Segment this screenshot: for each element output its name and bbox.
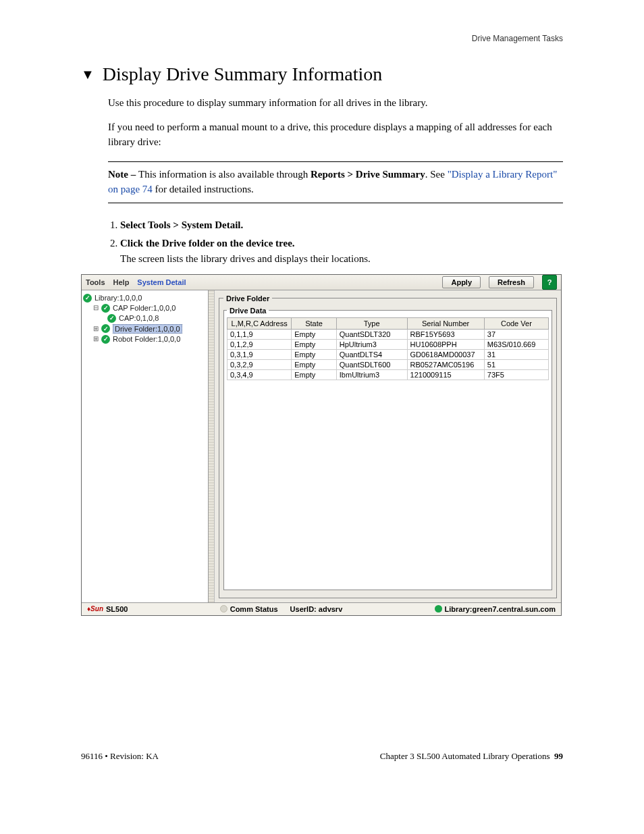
- steps-list: Select Tools > System Detail. Click the …: [108, 219, 563, 265]
- table-cell: 0,3,4,9: [227, 369, 292, 380]
- paragraph-1: Use this procedure to display summary in…: [108, 96, 563, 111]
- table-cell: 0,3,1,9: [227, 349, 292, 359]
- table-cell: 0,1,1,9: [227, 329, 292, 339]
- comm-status-icon: [220, 605, 227, 613]
- app-window: Tools Help System Detail Apply Refresh ?…: [81, 274, 562, 616]
- status-ok-icon: ✓: [83, 294, 92, 303]
- library-host-label: Library:green7.central.sun.com: [445, 605, 556, 613]
- expand-icon[interactable]: ⊞: [92, 336, 99, 342]
- table-cell: GD0618AMD00037: [407, 349, 484, 359]
- table-cell: 1210009115: [407, 369, 484, 380]
- table-cell: 0,1,2,9: [227, 339, 292, 349]
- help-icon[interactable]: ?: [542, 275, 557, 290]
- drive-table: L,M,R,C Address State Type Serial Number…: [227, 317, 549, 380]
- table-cell: QuantSDLT600: [336, 359, 407, 369]
- note-label: Note –: [108, 169, 138, 180]
- step-2: Click the Drive folder on the device tre…: [120, 238, 563, 265]
- table-cell: 31: [484, 349, 548, 359]
- drive-data-fieldset: Drive Data L,M,R,C Address State Type: [223, 307, 552, 590]
- page-title: ▼ Display Drive Summary Information: [81, 63, 563, 85]
- toolbar: Tools Help System Detail Apply Refresh ?: [82, 275, 561, 290]
- table-row[interactable]: 0,3,4,9EmptyIbmUltrium3121000911573F5: [227, 369, 549, 380]
- collapse-triangle-icon: ▼: [81, 68, 95, 81]
- table-cell: IbmUltrium3: [336, 369, 407, 380]
- tree-cap-folder-label: CAP Folder:1,0,0,0: [113, 304, 176, 312]
- apply-button[interactable]: Apply: [442, 276, 481, 288]
- expand-icon[interactable]: ⊟: [92, 305, 99, 311]
- menu-help[interactable]: Help: [113, 278, 130, 286]
- tree-root[interactable]: ✓ Library:1,0,0,0: [83, 293, 207, 303]
- table-row[interactable]: 0,1,1,9EmptyQuantSDLT320RBF15Y569337: [227, 329, 549, 339]
- table-cell: Empty: [292, 369, 337, 380]
- footer-chapter: Chapter 3 SL500 Automated Library Operat…: [380, 751, 550, 761]
- table-cell: Empty: [292, 339, 337, 349]
- col-state[interactable]: State: [292, 317, 337, 329]
- table-row[interactable]: 0,1,2,9EmptyHpUltrium3HU10608PPHM63S/010…: [227, 339, 549, 349]
- table-cell: M63S/010.669: [484, 339, 548, 349]
- table-cell: Empty: [292, 329, 337, 339]
- product-label: SL500: [106, 605, 128, 613]
- table-cell: 0,3,2,9: [227, 359, 292, 369]
- table-header-row: L,M,R,C Address State Type Serial Number…: [227, 317, 549, 329]
- tree-cap-item[interactable]: ✓ CAP:0,1,0,8: [83, 313, 207, 323]
- menu-tools[interactable]: Tools: [86, 278, 105, 286]
- table-cell: Empty: [292, 359, 337, 369]
- status-user: UserID: advsrv: [290, 605, 343, 613]
- col-codever[interactable]: Code Ver: [484, 317, 548, 329]
- note-block: Note – This information is also availabl…: [108, 161, 563, 203]
- table-row[interactable]: 0,3,2,9EmptyQuantSDLT600RB0527AMC0519651: [227, 359, 549, 369]
- refresh-button[interactable]: Refresh: [489, 276, 534, 288]
- device-tree[interactable]: ✓ Library:1,0,0,0 ⊟ ✓ CAP Folder:1,0,0,0…: [82, 290, 209, 605]
- status-comm: Comm Status: [220, 605, 278, 613]
- status-bar: ♦Sun SL500 Comm Status UserID: advsrv Li…: [82, 602, 561, 615]
- paragraph-2: If you need to perform a manual mount to…: [108, 120, 563, 150]
- footer-right: Chapter 3 SL500 Automated Library Operat…: [380, 751, 563, 762]
- note-bold: Reports > Drive Summary: [311, 169, 425, 180]
- footer-left: 96116 • Revision: KA: [81, 751, 159, 762]
- tree-cap-item-label: CAP:0,1,0,8: [119, 314, 159, 322]
- expand-icon[interactable]: ⊞: [92, 325, 99, 332]
- sun-logo-icon: ♦Sun: [87, 605, 103, 613]
- note-text-c: for detailed instructions.: [153, 184, 254, 194]
- tree-drive-folder-label: Drive Folder:1,0,0,0: [113, 324, 182, 334]
- main-panel: Drive Folder Drive Data L,M,R,C Address …: [215, 290, 561, 605]
- status-library: Library:green7.central.sun.com: [435, 605, 556, 613]
- note-text-b: . See: [425, 169, 448, 180]
- table-cell: QuantDLTS4: [336, 349, 407, 359]
- status-brand: ♦Sun SL500: [87, 605, 128, 613]
- drive-folder-legend: Drive Folder: [223, 294, 272, 303]
- step-1-head: Select Tools > System Detail.: [120, 219, 243, 230]
- table-cell: RBF15Y5693: [407, 329, 484, 339]
- splitter-handle[interactable]: [209, 290, 215, 605]
- tree-root-label: Library:1,0,0,0: [95, 294, 142, 302]
- user-id-label: UserID: advsrv: [290, 605, 343, 613]
- table-cell: HU10608PPH: [407, 339, 484, 349]
- status-ok-icon: ✓: [101, 335, 110, 344]
- table-cell: 37: [484, 329, 548, 339]
- table-cell: HpUltrium3: [336, 339, 407, 349]
- menu-system-detail[interactable]: System Detail: [137, 278, 186, 286]
- col-type[interactable]: Type: [336, 317, 407, 329]
- comm-status-label: Comm Status: [230, 605, 278, 613]
- table-cell: 73F5: [484, 369, 548, 380]
- col-address[interactable]: L,M,R,C Address: [227, 317, 292, 329]
- table-cell: Empty: [292, 349, 337, 359]
- status-ok-icon: ✓: [107, 314, 116, 323]
- status-ok-icon: ✓: [101, 304, 110, 313]
- tree-drive-folder[interactable]: ⊞ ✓ Drive Folder:1,0,0,0: [83, 323, 207, 334]
- table-cell: RB0527AMC05196: [407, 359, 484, 369]
- status-ok-icon: ✓: [101, 324, 110, 333]
- table-row[interactable]: 0,3,1,9EmptyQuantDLTS4GD0618AMD0003731: [227, 349, 549, 359]
- running-header: Drive Management Tasks: [81, 34, 563, 43]
- table-cell: 51: [484, 359, 548, 369]
- status-ok-icon: [435, 605, 442, 613]
- page-footer: 96116 • Revision: KA Chapter 3 SL500 Aut…: [81, 751, 563, 762]
- tree-robot-folder-label: Robot Folder:1,0,0,0: [113, 335, 180, 343]
- note-text-a: This information is also available throu…: [138, 169, 311, 180]
- tree-robot-folder[interactable]: ⊞ ✓ Robot Folder:1,0,0,0: [83, 334, 207, 344]
- drive-data-legend: Drive Data: [227, 307, 269, 315]
- col-serial[interactable]: Serial Number: [407, 317, 484, 329]
- footer-page-number: 99: [554, 751, 563, 761]
- tree-cap-folder[interactable]: ⊟ ✓ CAP Folder:1,0,0,0: [83, 303, 207, 313]
- step-1: Select Tools > System Detail.: [120, 219, 563, 231]
